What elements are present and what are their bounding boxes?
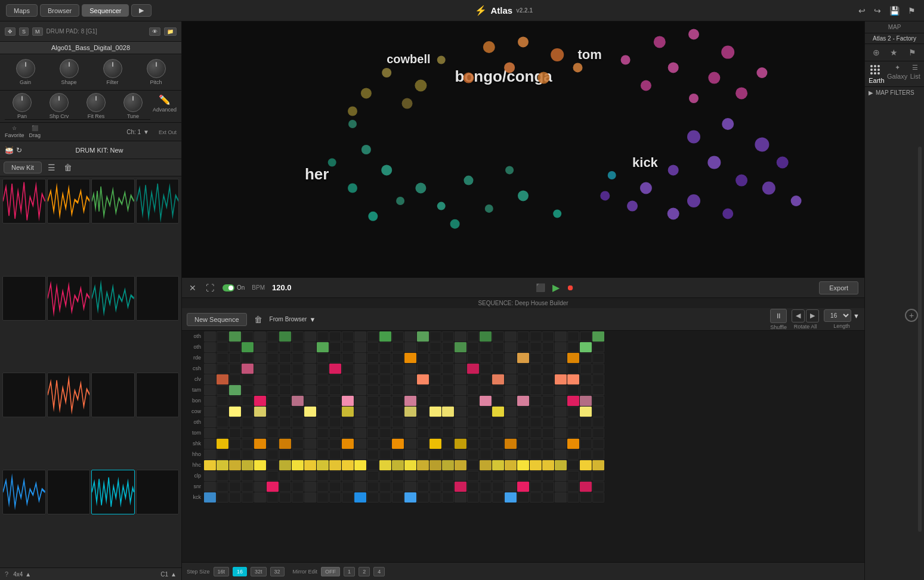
seq-cell[interactable]: [542, 396, 554, 406]
seq-cell[interactable]: [592, 492, 604, 503]
seq-cell[interactable]: [342, 396, 354, 406]
seq-cell[interactable]: [567, 428, 579, 438]
close-seq-btn[interactable]: ✕: [188, 282, 197, 294]
seq-cell[interactable]: [517, 407, 529, 417]
seq-cell[interactable]: [455, 396, 466, 406]
seq-cell[interactable]: [455, 471, 466, 481]
seq-cell[interactable]: [530, 439, 542, 449]
seq-cell[interactable]: [242, 417, 254, 427]
kit-cell-12[interactable]: [136, 373, 180, 417]
seq-cell[interactable]: [304, 471, 316, 481]
seq-cell[interactable]: [329, 428, 341, 438]
seq-cell[interactable]: [517, 482, 529, 492]
seq-cell[interactable]: [505, 396, 517, 406]
seq-cell[interactable]: [392, 449, 404, 460]
seq-cell[interactable]: [580, 385, 592, 395]
seq-cell[interactable]: [279, 492, 291, 503]
seq-cell[interactable]: [404, 428, 416, 438]
seq-cell[interactable]: [217, 331, 228, 342]
seq-cell[interactable]: [217, 428, 228, 438]
seq-cell[interactable]: [304, 374, 316, 384]
seq-cell[interactable]: [429, 439, 441, 449]
seq-cell[interactable]: [592, 428, 604, 438]
export-btn[interactable]: Export: [819, 281, 858, 294]
seq-cell[interactable]: [204, 428, 216, 438]
seq-cell[interactable]: [254, 374, 266, 384]
seq-cell[interactable]: [317, 449, 329, 460]
seq-cell[interactable]: [517, 428, 529, 438]
seq-cell[interactable]: [555, 353, 567, 363]
seq-cell[interactable]: [404, 364, 416, 374]
seq-cell[interactable]: [267, 417, 279, 427]
seq-cell[interactable]: [429, 428, 441, 438]
seq-cell[interactable]: [242, 407, 254, 417]
seq-cell[interactable]: [342, 460, 354, 470]
seq-cell[interactable]: [530, 385, 542, 395]
tool-select-btn[interactable]: ✥: [5, 27, 16, 36]
seq-cell[interactable]: [417, 417, 429, 427]
seq-cell[interactable]: [505, 449, 517, 460]
seq-cell[interactable]: [467, 385, 479, 395]
seq-cell[interactable]: [455, 353, 466, 363]
list-view-btn[interactable]: ☰ List: [910, 64, 920, 84]
seq-cell[interactable]: [404, 385, 416, 395]
seq-cell[interactable]: [455, 331, 466, 342]
seq-cell[interactable]: [404, 492, 416, 503]
seq-cell[interactable]: [354, 353, 366, 363]
seq-cell[interactable]: [580, 449, 592, 460]
seq-cell[interactable]: [204, 353, 216, 363]
seq-cell[interactable]: [254, 417, 266, 427]
seq-cell[interactable]: [442, 364, 454, 374]
kit-cell-11[interactable]: [91, 373, 135, 417]
seq-cell[interactable]: [580, 342, 592, 352]
seq-cell[interactable]: [505, 460, 517, 470]
seq-cell[interactable]: [404, 460, 416, 470]
fitres-knob[interactable]: [86, 93, 106, 112]
seq-cell[interactable]: [379, 439, 391, 449]
kit-cell-9[interactable]: [2, 373, 46, 417]
seq-cell[interactable]: [342, 449, 354, 460]
seq-cell[interactable]: [592, 364, 604, 374]
seq-cell[interactable]: [467, 439, 479, 449]
seq-cell[interactable]: [392, 460, 404, 470]
seq-cell[interactable]: [442, 331, 454, 342]
seq-cell[interactable]: [217, 342, 228, 352]
seq-cell[interactable]: [467, 449, 479, 460]
sequencer-nav-btn[interactable]: Sequencer: [82, 4, 129, 17]
seq-cell[interactable]: [480, 407, 492, 417]
seq-cell[interactable]: [229, 492, 241, 503]
seq-cell[interactable]: [304, 460, 316, 470]
seq-cell[interactable]: [342, 331, 354, 342]
seq-cell[interactable]: [480, 331, 492, 342]
seq-cell[interactable]: [580, 364, 592, 374]
s-btn[interactable]: S: [19, 27, 29, 36]
step-32t-btn[interactable]: 32t: [251, 567, 267, 576]
seq-cell[interactable]: [455, 364, 466, 374]
seq-cell[interactable]: [492, 374, 504, 384]
seq-cell[interactable]: [530, 471, 542, 481]
seq-cell[interactable]: [354, 428, 366, 438]
seq-cell[interactable]: [567, 342, 579, 352]
seq-cell[interactable]: [267, 385, 279, 395]
seq-cell[interactable]: [567, 396, 579, 406]
seq-cell[interactable]: [542, 342, 554, 352]
seq-cell[interactable]: [417, 471, 429, 481]
kit-cell-6[interactable]: [47, 276, 91, 321]
seq-cell[interactable]: [505, 482, 517, 492]
seq-cell[interactable]: [279, 482, 291, 492]
seq-cell[interactable]: [229, 460, 241, 470]
seq-cell[interactable]: [505, 342, 517, 352]
seq-cell[interactable]: [217, 364, 228, 374]
seq-cell[interactable]: [492, 471, 504, 481]
seq-cell[interactable]: [254, 342, 266, 352]
seq-cell[interactable]: [379, 417, 391, 427]
seq-cell[interactable]: [417, 460, 429, 470]
seq-cell[interactable]: [242, 449, 254, 460]
seq-cell[interactable]: [480, 492, 492, 503]
seq-cell[interactable]: [292, 385, 304, 395]
seq-cell[interactable]: [429, 342, 441, 352]
seq-cell[interactable]: [379, 471, 391, 481]
seq-cell[interactable]: [505, 331, 517, 342]
seq-cell[interactable]: [229, 385, 241, 395]
seq-cell[interactable]: [354, 396, 366, 406]
